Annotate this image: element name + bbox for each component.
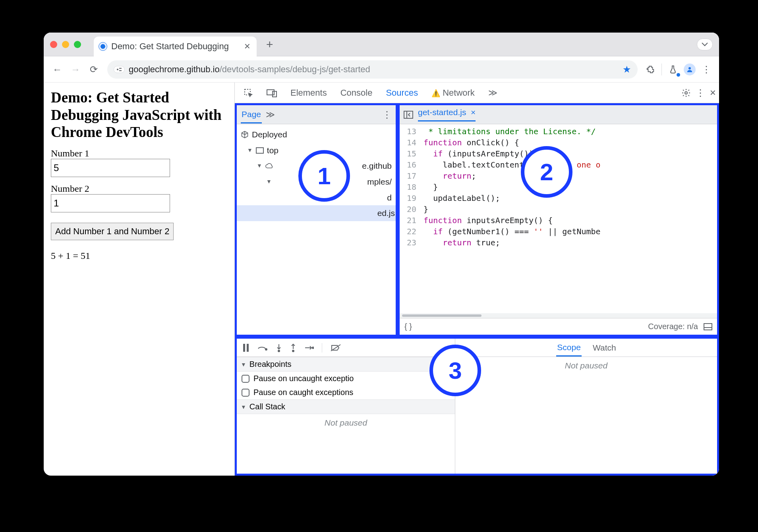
back-button[interactable]: ← (49, 62, 65, 77)
browser-tab[interactable]: Demo: Get Started Debugging × (94, 37, 257, 56)
number2-input[interactable] (51, 194, 170, 212)
settings-button[interactable] (681, 88, 691, 98)
pause-caught-checkbox[interactable]: Pause on caught exceptions (237, 386, 455, 399)
number1-label: Number 1 (51, 148, 227, 159)
tab-watch[interactable]: Watch (593, 343, 616, 353)
show-drawer-button[interactable] (704, 323, 712, 330)
navigator-more-tabs[interactable]: ≫ (266, 110, 275, 120)
editor-file-tab[interactable]: get-started.js × (418, 108, 476, 121)
file-navigator-pane: Page ≫ ⋮ Deployed ▼ top ▼ (235, 103, 398, 337)
device-toolbar-button[interactable] (261, 89, 282, 97)
debugger-left: ▼Breakpoints Pause on uncaught exceptio … (237, 339, 455, 474)
editor-tabbar: get-started.js × (400, 105, 717, 124)
menu-button[interactable]: ⋮ (699, 62, 714, 77)
svg-rect-11 (704, 324, 712, 330)
pause-button[interactable] (242, 344, 249, 352)
browser-window: Demo: Get Started Debugging × + ← → ⟳ go… (44, 33, 719, 476)
result-text: 5 + 1 = 51 (51, 251, 227, 261)
step-over-button[interactable] (257, 344, 268, 352)
toolbar: ← → ⟳ googlechrome.github.io/devtools-sa… (44, 56, 719, 83)
svg-rect-1 (119, 68, 122, 69)
minimize-window-button[interactable] (62, 41, 69, 48)
scope-watch-tabs: Scope Watch (455, 339, 717, 357)
tree-file-selected[interactable]: ed.js (237, 205, 396, 221)
maximize-window-button[interactable] (74, 41, 81, 48)
step-out-button[interactable] (290, 343, 296, 352)
tab-sources[interactable]: Sources (380, 88, 423, 98)
devtools-tabbar: Elements Console Sources Network ≫ ⋮ × (235, 83, 719, 103)
step-button[interactable] (304, 345, 314, 351)
step-into-button[interactable] (276, 343, 282, 352)
extensions-button[interactable] (643, 62, 657, 77)
more-tabs-button[interactable]: ≫ (483, 88, 503, 98)
editor-scrollbar[interactable] (400, 313, 717, 318)
new-tab-button[interactable]: + (266, 38, 273, 51)
pretty-print-button[interactable]: { } (404, 322, 412, 331)
pause-uncaught-checkbox[interactable]: Pause on uncaught exceptio (237, 372, 455, 386)
deactivate-breakpoints-button[interactable] (330, 344, 341, 352)
add-button[interactable]: Add Number 1 and Number 2 (51, 223, 174, 240)
tab-network[interactable]: Network (426, 88, 480, 98)
annotation-circle-2: 2 (521, 146, 572, 198)
tab-console[interactable]: Console (335, 88, 378, 98)
tree-deployed[interactable]: Deployed (240, 127, 393, 143)
code-content: * limitations under the License. */ func… (421, 124, 601, 318)
labs-button[interactable] (666, 62, 680, 77)
svg-rect-2 (119, 70, 122, 71)
number1-input[interactable] (51, 159, 170, 177)
demo-page: Demo: Get Started Debugging JavaScript w… (44, 83, 234, 476)
scope-not-paused: Not paused (455, 357, 717, 374)
forward-button[interactable]: → (68, 62, 83, 77)
svg-point-0 (117, 69, 118, 70)
svg-rect-8 (256, 148, 263, 153)
coverage-label: Coverage: n/a (648, 322, 698, 331)
debugger-right: Scope Watch Not paused (455, 339, 717, 474)
devtools-menu-button[interactable]: ⋮ (696, 87, 705, 98)
toggle-navigator-button[interactable] (404, 111, 413, 119)
title-bar: Demo: Get Started Debugging × + (44, 33, 719, 56)
devtools-panel: Elements Console Sources Network ≫ ⋮ × (234, 83, 719, 476)
line-gutter: 1314151617181920212223 (400, 124, 421, 318)
address-bar[interactable]: googlechrome.github.io/devtools-samples/… (107, 60, 638, 79)
page-heading: Demo: Get Started Debugging JavaScript w… (51, 89, 227, 141)
separator (661, 64, 662, 75)
close-tab-button[interactable]: × (243, 40, 252, 52)
traffic-lights (50, 41, 81, 48)
navigator-tab-page[interactable]: Page (241, 106, 262, 123)
number2-label: Number 2 (51, 183, 227, 194)
svg-rect-5 (267, 90, 274, 95)
editor-footer: { } Coverage: n/a (400, 318, 717, 335)
url-text: googlechrome.github.io/devtools-samples/… (129, 64, 370, 75)
svg-rect-14 (247, 344, 249, 352)
debugger-controls (237, 339, 455, 357)
favicon (99, 42, 107, 51)
svg-point-17 (292, 350, 294, 352)
code-editor-pane: get-started.js × 1314151617181920212223 … (398, 103, 719, 337)
navigator-menu-button[interactable]: ⋮ (382, 109, 392, 120)
callstack-not-paused: Not paused (237, 414, 455, 432)
svg-point-18 (312, 347, 314, 349)
svg-point-16 (278, 350, 280, 352)
svg-rect-13 (243, 344, 245, 352)
close-devtools-button[interactable]: × (710, 87, 716, 99)
content-area: Demo: Get Started Debugging JavaScript w… (44, 83, 719, 476)
navigator-tabbar: Page ≫ ⋮ (237, 105, 396, 124)
tab-title: Demo: Get Started Debugging (111, 41, 239, 52)
svg-point-7 (685, 92, 687, 94)
svg-point-15 (265, 349, 267, 350)
close-window-button[interactable] (50, 41, 57, 48)
tab-dropdown-button[interactable] (697, 39, 713, 50)
tab-elements[interactable]: Elements (285, 88, 333, 98)
svg-point-3 (688, 67, 691, 69)
inspect-element-button[interactable] (238, 88, 259, 98)
annotation-circle-3: 3 (429, 345, 481, 396)
profile-button[interactable] (683, 62, 697, 77)
tab-scope[interactable]: Scope (556, 339, 582, 357)
breakpoints-section[interactable]: ▼Breakpoints (237, 357, 455, 372)
bookmark-star-icon[interactable]: ★ (623, 64, 631, 75)
reload-button[interactable]: ⟳ (86, 62, 102, 77)
site-info-button[interactable] (114, 66, 125, 73)
annotation-circle-1: 1 (298, 150, 350, 202)
callstack-section[interactable]: ▼Call Stack (237, 399, 455, 414)
separator (322, 343, 322, 353)
